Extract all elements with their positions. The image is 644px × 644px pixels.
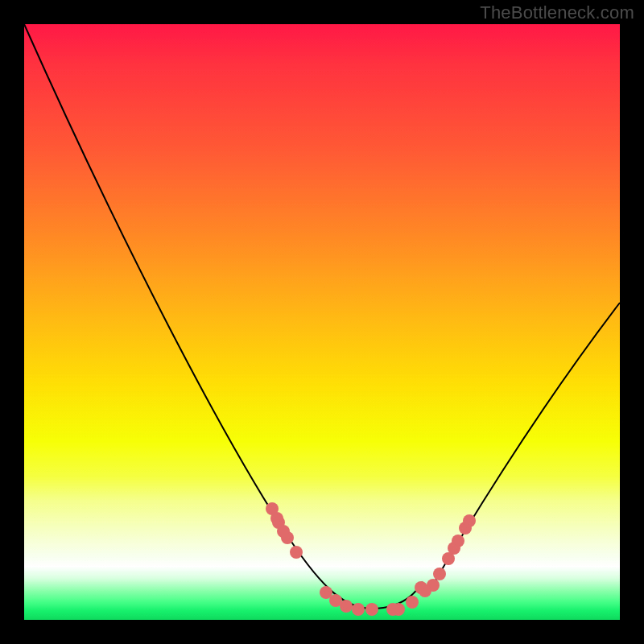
chart-svg xyxy=(24,24,620,620)
marker-point xyxy=(281,531,294,544)
marker-point xyxy=(433,568,446,580)
marker-point xyxy=(463,514,476,527)
marker-point xyxy=(340,600,353,613)
marker-point xyxy=(406,596,419,609)
marker-point xyxy=(392,603,405,616)
marker-point xyxy=(290,546,303,559)
marker-point xyxy=(365,603,378,616)
marker-point xyxy=(427,579,440,592)
watermark-text: TheBottleneck.com xyxy=(480,2,634,23)
marker-point xyxy=(452,535,464,547)
bottleneck-curve xyxy=(24,24,620,609)
highlight-markers xyxy=(266,502,476,616)
marker-point xyxy=(352,603,365,616)
chart-plot-area xyxy=(24,24,620,620)
